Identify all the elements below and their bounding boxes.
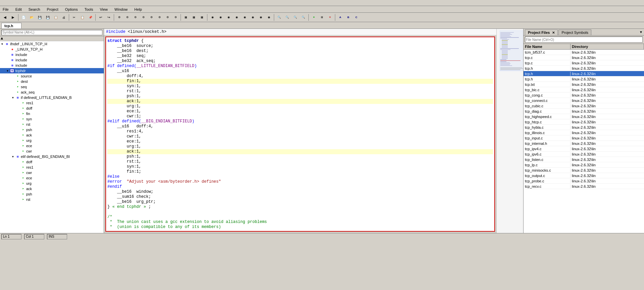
file-row[interactable]: tcp_hybla.clinux-2.6.32\lin (524, 125, 644, 130)
file-row[interactable]: tcp.hlinux-2.6.32\lin (524, 66, 644, 71)
copy-button[interactable]: 📋 (79, 14, 86, 21)
file-row[interactable]: tcp_recv.clinux-2.6.32\lin (524, 184, 644, 189)
btn-k[interactable]: ▦ (198, 14, 206, 21)
file-row[interactable]: tcp_ipv6.clinux-2.6.32\lin (524, 152, 644, 157)
btn-x[interactable]: ✦ (310, 14, 317, 21)
symbol-search-input[interactable] (1, 30, 102, 35)
btn-l[interactable]: ◉ (209, 14, 216, 21)
btn-e[interactable]: ⚙ (148, 14, 155, 21)
redo-button[interactable]: ↪ (105, 14, 112, 21)
file-row[interactable]: tcp_cubic.clinux-2.6.32\lin (524, 103, 644, 109)
tree-item-res1[interactable]: ➤res1 (0, 100, 104, 106)
tab-project-symbols[interactable]: Project Symbols (558, 30, 591, 35)
menu-edit[interactable]: Edit (14, 7, 23, 12)
btn5[interactable]: 📋 (52, 14, 59, 21)
file-row[interactable]: tcp_cong.clinux-2.6.32\lin (524, 93, 644, 98)
menu-view[interactable]: View (98, 7, 109, 12)
print-button[interactable]: 🖨 (60, 14, 67, 21)
btn-ab[interactable]: B (345, 14, 352, 21)
btn-v[interactable]: 🔍 (292, 14, 299, 21)
tree-item-syn[interactable]: ➤syn (0, 116, 104, 122)
tab-project-files[interactable]: Project Files ✕ (525, 30, 558, 35)
btn-c[interactable]: ⚙ (132, 14, 139, 21)
tree-item-include_socket[interactable]: ⊞include (0, 63, 104, 68)
menu-window[interactable]: Window (113, 7, 129, 12)
menu-help[interactable]: Help (133, 7, 143, 12)
expand-icon[interactable]: ▼ (7, 69, 10, 72)
open-button[interactable]: 📂 (28, 14, 35, 21)
expand-icon[interactable]: ▼ (12, 155, 15, 158)
file-row[interactable]: tcp_connect.clinux-2.6.32\lin (524, 98, 644, 103)
btn-n[interactable]: ◉ (225, 14, 232, 21)
file-search-input[interactable] (525, 37, 643, 43)
tree-item-urg2[interactable]: ➤urg (0, 181, 104, 186)
file-row[interactable]: tcp_ipv4.clinux-2.6.32\lin (524, 146, 644, 152)
tree-item-elif_defined_BIG[interactable]: ▼⊞elif defined(_BIG_ENDIAN_BI (0, 154, 104, 159)
col-header-filename[interactable]: File Name (524, 44, 571, 49)
tree-item-doff[interactable]: ➤doff (0, 106, 104, 111)
file-row[interactable]: tcp_listen.clinux-2.6.32\lin (524, 157, 644, 162)
file-tab-tcph[interactable]: tcp.h (1, 23, 21, 28)
scroll-up-icon[interactable]: ▲ (1, 36, 3, 41)
forward-button[interactable]: ▶ (9, 14, 17, 21)
btn-m[interactable]: ◉ (217, 14, 224, 21)
file-row[interactable]: tcp_lp.clinux-2.6.32\lin (524, 162, 644, 168)
tree-item-psh2[interactable]: ➤psh (0, 191, 104, 197)
code-editor[interactable]: struct tcphdr { __be16 source; __be16 de… (105, 37, 495, 232)
tree-item-if_defined_LITTLE[interactable]: ▼⊞if defined(_LITTLE_ENDIAN_B (0, 95, 104, 100)
tree-item-rst[interactable]: ➤rst (0, 122, 104, 127)
file-row[interactable]: tcp.hlinux-2.6.32\lin (524, 76, 644, 82)
btn-d[interactable]: ⚙ (140, 14, 147, 21)
col-header-directory[interactable]: Directory (571, 44, 644, 49)
btn-j[interactable]: ▦ (190, 14, 198, 21)
btn-s[interactable]: ◉ (265, 14, 273, 21)
file-row[interactable]: tcp.clinux-2.6.32\lin (524, 60, 644, 66)
tree-item-ack[interactable]: ➤ack (0, 132, 104, 138)
tree-item-cwr2[interactable]: ➤cwr (0, 170, 104, 175)
btn-z[interactable]: ✕ (326, 14, 334, 21)
file-row[interactable]: tcp_probe.clinux-2.6.32\lin (524, 178, 644, 184)
new-file-button[interactable]: 📄 (20, 14, 27, 21)
cut-button[interactable]: ✂ (70, 14, 78, 21)
tree-item-seq[interactable]: ➤seq (0, 84, 104, 90)
file-row[interactable]: tcp.clinux-2.6.32\lin (524, 55, 644, 60)
btn-q[interactable]: ◉ (249, 14, 256, 21)
tree-item-ece[interactable]: ➤ece (0, 143, 104, 149)
tree-item-include_byteorder[interactable]: ⊞include (0, 57, 104, 63)
file-row[interactable]: tcp.txtlinux-2.6.32\lin (524, 82, 644, 87)
menu-tools[interactable]: Tools (83, 7, 95, 12)
tree-item-rst2[interactable]: ➤rst (0, 197, 104, 202)
expand-icon[interactable]: ▼ (1, 43, 5, 46)
file-row[interactable]: tcp.hlinux-2.6.32\lin (524, 71, 644, 76)
save-all-button[interactable]: 💾 (44, 14, 51, 21)
tree-item-ifndef_LINUX_TCP_H[interactable]: ▼⊞ifndef _LINUX_TCP_H (0, 41, 104, 47)
tree-item-ece2[interactable]: ➤ece (0, 175, 104, 181)
btn-g[interactable]: ⚙ (164, 14, 171, 21)
file-row[interactable]: tcp_input.clinux-2.6.32\lin (524, 135, 644, 141)
file-row[interactable]: tcp_illinois.clinux-2.6.32\lin (524, 130, 644, 135)
file-row[interactable]: tcp_diag.clinux-2.6.32\lin (524, 109, 644, 114)
save-button[interactable]: 💾 (36, 14, 43, 21)
menu-project[interactable]: Project (46, 7, 60, 12)
file-row[interactable]: tcm_bf537.clinux-2.6.32\lin (524, 50, 644, 55)
btn-aa[interactable]: A (337, 14, 344, 21)
file-row[interactable]: tcp_highspeed.clinux-2.6.32\lin (524, 114, 644, 119)
tree-item-tcphdr[interactable]: ▼Stcphdr (0, 68, 104, 73)
expand-icon[interactable]: ▼ (12, 96, 15, 99)
tree-item-include_types[interactable]: ⊞include (0, 52, 104, 57)
tree-item-fin[interactable]: ➤fin (0, 111, 104, 116)
tree-item-dest[interactable]: ➤dest (0, 79, 104, 84)
btn-b[interactable]: ⚙ (123, 14, 131, 21)
btn-ac[interactable]: C (353, 14, 360, 21)
back-button[interactable]: ◀ (1, 14, 9, 21)
btn-o[interactable]: ◉ (233, 14, 240, 21)
btn-u[interactable]: 🔍 (284, 14, 291, 21)
tree-item-ack2[interactable]: ➤ack (0, 186, 104, 191)
tree-item-psh[interactable]: ➤psh (0, 127, 104, 132)
tree-item-source[interactable]: ➤source (0, 73, 104, 79)
btn-h[interactable]: ⚙ (172, 14, 179, 21)
menu-search[interactable]: Search (27, 7, 42, 12)
menu-options[interactable]: Options (64, 7, 79, 12)
file-row[interactable]: tcp_internal.hlinux-2.6.32\lin (524, 141, 644, 146)
tree-item-doff2[interactable]: ➤doff (0, 159, 104, 165)
